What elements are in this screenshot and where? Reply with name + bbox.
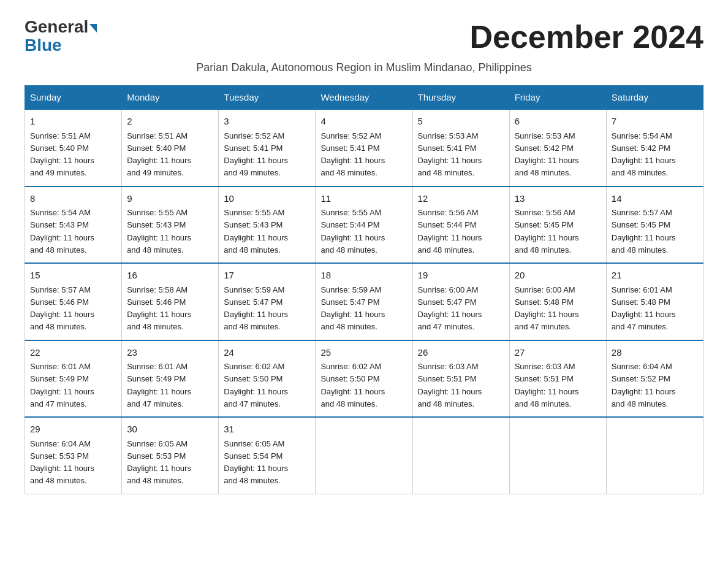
page-title: December 2024 xyxy=(469,18,703,55)
calendar-cell: 12Sunrise: 5:56 AM Sunset: 5:44 PM Dayli… xyxy=(412,186,509,264)
day-number: 10 xyxy=(224,192,310,206)
calendar-cell: 1Sunrise: 5:51 AM Sunset: 5:40 PM Daylig… xyxy=(25,109,122,186)
day-number: 25 xyxy=(320,346,407,360)
day-info: Sunrise: 6:02 AM Sunset: 5:50 PM Dayligh… xyxy=(224,362,288,408)
calendar-cell: 31Sunrise: 6:05 AM Sunset: 5:54 PM Dayli… xyxy=(219,417,316,494)
calendar-week-1: 1Sunrise: 5:51 AM Sunset: 5:40 PM Daylig… xyxy=(25,109,703,186)
day-number: 31 xyxy=(224,423,310,437)
day-info: Sunrise: 6:05 AM Sunset: 5:54 PM Dayligh… xyxy=(224,439,288,486)
calendar-header: SundayMondayTuesdayWednesdayThursdayFrid… xyxy=(25,86,703,110)
day-header-thursday: Thursday xyxy=(412,86,509,110)
day-info: Sunrise: 6:04 AM Sunset: 5:53 PM Dayligh… xyxy=(30,439,94,486)
day-info: Sunrise: 5:58 AM Sunset: 5:46 PM Dayligh… xyxy=(127,285,191,332)
day-info: Sunrise: 5:51 AM Sunset: 5:40 PM Dayligh… xyxy=(30,131,94,178)
calendar-cell: 19Sunrise: 6:00 AM Sunset: 5:47 PM Dayli… xyxy=(412,263,509,340)
day-header-saturday: Saturday xyxy=(606,86,703,110)
day-number: 7 xyxy=(612,115,698,129)
day-info: Sunrise: 5:55 AM Sunset: 5:44 PM Dayligh… xyxy=(320,208,385,255)
calendar-cell: 24Sunrise: 6:02 AM Sunset: 5:50 PM Dayli… xyxy=(219,340,316,418)
day-number: 13 xyxy=(515,192,601,206)
day-number: 24 xyxy=(224,346,310,360)
day-number: 17 xyxy=(224,269,310,283)
day-info: Sunrise: 5:53 AM Sunset: 5:42 PM Dayligh… xyxy=(515,131,579,178)
day-info: Sunrise: 6:01 AM Sunset: 5:49 PM Dayligh… xyxy=(30,362,94,408)
day-info: Sunrise: 5:52 AM Sunset: 5:41 PM Dayligh… xyxy=(224,131,288,178)
day-info: Sunrise: 5:52 AM Sunset: 5:41 PM Dayligh… xyxy=(320,131,385,178)
day-info: Sunrise: 6:00 AM Sunset: 5:48 PM Dayligh… xyxy=(515,285,579,332)
day-header-tuesday: Tuesday xyxy=(219,86,316,110)
day-info: Sunrise: 5:59 AM Sunset: 5:47 PM Dayligh… xyxy=(320,285,385,332)
day-header-wednesday: Wednesday xyxy=(316,86,412,110)
day-number: 16 xyxy=(127,269,213,283)
calendar-cell: 11Sunrise: 5:55 AM Sunset: 5:44 PM Dayli… xyxy=(316,186,412,264)
day-info: Sunrise: 5:54 AM Sunset: 5:42 PM Dayligh… xyxy=(612,131,676,178)
day-number: 23 xyxy=(127,346,213,360)
calendar-body: 1Sunrise: 5:51 AM Sunset: 5:40 PM Daylig… xyxy=(25,109,703,494)
day-info: Sunrise: 5:51 AM Sunset: 5:40 PM Dayligh… xyxy=(127,131,191,178)
calendar-cell: 17Sunrise: 5:59 AM Sunset: 5:47 PM Dayli… xyxy=(219,263,316,340)
calendar-cell: 18Sunrise: 5:59 AM Sunset: 5:47 PM Dayli… xyxy=(316,263,412,340)
calendar-week-4: 22Sunrise: 6:01 AM Sunset: 5:49 PM Dayli… xyxy=(25,340,703,418)
calendar-cell: 8Sunrise: 5:54 AM Sunset: 5:43 PM Daylig… xyxy=(25,186,122,264)
day-number: 27 xyxy=(515,346,601,360)
calendar-cell xyxy=(412,417,509,494)
day-number: 20 xyxy=(515,269,601,283)
calendar-cell: 20Sunrise: 6:00 AM Sunset: 5:48 PM Dayli… xyxy=(509,263,606,340)
calendar-cell xyxy=(606,417,703,494)
day-number: 22 xyxy=(30,346,116,360)
day-info: Sunrise: 5:54 AM Sunset: 5:43 PM Dayligh… xyxy=(30,208,94,255)
calendar-cell: 29Sunrise: 6:04 AM Sunset: 5:53 PM Dayli… xyxy=(25,417,122,494)
logo-blue-text: Blue xyxy=(25,37,62,54)
calendar-cell xyxy=(316,417,412,494)
day-number: 3 xyxy=(224,115,310,129)
calendar-week-2: 8Sunrise: 5:54 AM Sunset: 5:43 PM Daylig… xyxy=(25,186,703,264)
day-header-friday: Friday xyxy=(509,86,606,110)
header-area: General Blue December 2024 xyxy=(25,18,703,55)
calendar-cell: 13Sunrise: 5:56 AM Sunset: 5:45 PM Dayli… xyxy=(509,186,606,264)
day-info: Sunrise: 6:00 AM Sunset: 5:47 PM Dayligh… xyxy=(418,285,482,332)
day-info: Sunrise: 6:01 AM Sunset: 5:49 PM Dayligh… xyxy=(127,362,191,408)
subtitle: Parian Dakula, Autonomous Region in Musl… xyxy=(25,61,703,74)
calendar-cell: 26Sunrise: 6:03 AM Sunset: 5:51 PM Dayli… xyxy=(412,340,509,418)
day-info: Sunrise: 6:03 AM Sunset: 5:51 PM Dayligh… xyxy=(418,362,482,408)
day-info: Sunrise: 5:57 AM Sunset: 5:45 PM Dayligh… xyxy=(612,208,676,255)
calendar-cell: 28Sunrise: 6:04 AM Sunset: 5:52 PM Dayli… xyxy=(606,340,703,418)
day-header-monday: Monday xyxy=(122,86,219,110)
day-info: Sunrise: 5:59 AM Sunset: 5:47 PM Dayligh… xyxy=(224,285,288,332)
calendar-cell: 23Sunrise: 6:01 AM Sunset: 5:49 PM Dayli… xyxy=(122,340,219,418)
calendar-cell: 25Sunrise: 6:02 AM Sunset: 5:50 PM Dayli… xyxy=(316,340,412,418)
day-header-sunday: Sunday xyxy=(25,86,122,110)
day-info: Sunrise: 6:04 AM Sunset: 5:52 PM Dayligh… xyxy=(612,362,676,408)
calendar-cell: 16Sunrise: 5:58 AM Sunset: 5:46 PM Dayli… xyxy=(122,263,219,340)
day-info: Sunrise: 5:56 AM Sunset: 5:45 PM Dayligh… xyxy=(515,208,579,255)
day-info: Sunrise: 6:02 AM Sunset: 5:50 PM Dayligh… xyxy=(320,362,385,408)
calendar-cell: 5Sunrise: 5:53 AM Sunset: 5:41 PM Daylig… xyxy=(412,109,509,186)
calendar-cell: 3Sunrise: 5:52 AM Sunset: 5:41 PM Daylig… xyxy=(219,109,316,186)
day-info: Sunrise: 6:03 AM Sunset: 5:51 PM Dayligh… xyxy=(515,362,579,408)
calendar-week-5: 29Sunrise: 6:04 AM Sunset: 5:53 PM Dayli… xyxy=(25,417,703,494)
day-number: 21 xyxy=(612,269,698,283)
day-number: 18 xyxy=(320,269,407,283)
logo-area: General Blue xyxy=(25,18,97,54)
calendar-cell: 22Sunrise: 6:01 AM Sunset: 5:49 PM Dayli… xyxy=(25,340,122,418)
calendar-cell: 2Sunrise: 5:51 AM Sunset: 5:40 PM Daylig… xyxy=(122,109,219,186)
day-number: 2 xyxy=(127,115,213,129)
calendar-cell: 30Sunrise: 6:05 AM Sunset: 5:53 PM Dayli… xyxy=(122,417,219,494)
calendar-cell: 14Sunrise: 5:57 AM Sunset: 5:45 PM Dayli… xyxy=(606,186,703,264)
day-number: 11 xyxy=(320,192,407,206)
day-number: 9 xyxy=(127,192,213,206)
day-number: 6 xyxy=(515,115,601,129)
calendar-cell: 7Sunrise: 5:54 AM Sunset: 5:42 PM Daylig… xyxy=(606,109,703,186)
day-number: 19 xyxy=(418,269,504,283)
day-number: 4 xyxy=(320,115,407,129)
day-info: Sunrise: 5:55 AM Sunset: 5:43 PM Dayligh… xyxy=(127,208,191,255)
day-number: 8 xyxy=(30,192,116,206)
logo-triangle-icon xyxy=(89,24,97,33)
calendar-cell xyxy=(509,417,606,494)
day-info: Sunrise: 6:05 AM Sunset: 5:53 PM Dayligh… xyxy=(127,439,191,486)
day-number: 26 xyxy=(418,346,504,360)
day-number: 28 xyxy=(612,346,698,360)
day-number: 15 xyxy=(30,269,116,283)
day-number: 14 xyxy=(612,192,698,206)
day-header-row: SundayMondayTuesdayWednesdayThursdayFrid… xyxy=(25,86,703,110)
